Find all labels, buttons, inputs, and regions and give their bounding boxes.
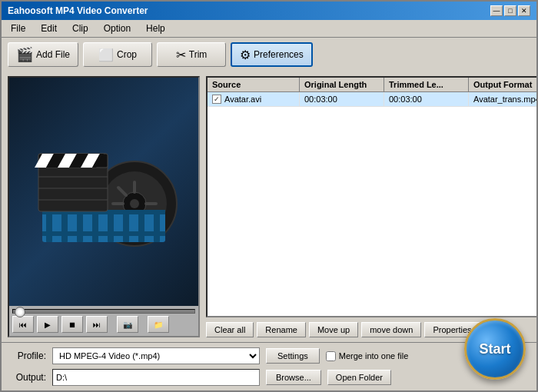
source-filename: Avatar.avi	[224, 95, 261, 104]
header-original-length[interactable]: Original Length	[300, 78, 384, 91]
svg-rect-18	[123, 211, 129, 242]
add-file-label: Add File	[36, 49, 70, 60]
play-button[interactable]: ▶	[37, 316, 58, 333]
trim-label: Trim	[189, 49, 208, 60]
fast-forward-button[interactable]: ⏭	[86, 316, 108, 333]
trim-button[interactable]: ✂ Trim	[157, 42, 226, 67]
stop-button[interactable]: ⏹	[61, 316, 83, 333]
cell-source: ✓ Avatar.avi	[208, 92, 300, 106]
header-source[interactable]: Source	[208, 78, 300, 91]
merge-checkbox-label[interactable]: Merge into one file	[326, 351, 409, 361]
seek-bar[interactable]	[12, 309, 195, 314]
window-title: Eahoosoft MP4 Video Converter	[8, 5, 148, 16]
svg-rect-17	[108, 211, 114, 242]
settings-button[interactable]: Settings	[266, 348, 320, 364]
header-trimmed-length[interactable]: Trimmed Le...	[384, 78, 469, 91]
seek-thumb[interactable]	[15, 307, 25, 317]
merge-checkbox-input[interactable]	[326, 351, 336, 361]
row-checkbox[interactable]: ✓	[212, 95, 221, 104]
svg-rect-16	[92, 211, 98, 242]
svg-point-3	[130, 199, 139, 208]
cell-original-length: 00:03:00	[300, 92, 384, 106]
preview-controls: ⏮ ▶ ⏹ ⏭ 📷 📁	[9, 306, 198, 336]
menu-clip[interactable]: Clip	[66, 22, 95, 35]
add-file-button[interactable]: 🎬 Add File	[8, 42, 78, 67]
crop-icon: ⬜	[98, 48, 114, 62]
svg-rect-12	[42, 231, 165, 236]
trim-icon: ✂	[176, 48, 186, 62]
content-area: ⏮ ▶ ⏹ ⏭ 📷 📁 Source Original Length Trimm	[2, 71, 536, 342]
header-output-format[interactable]: Output Format	[469, 78, 536, 91]
menu-option[interactable]: Option	[98, 22, 137, 35]
preview-panel: ⏮ ▶ ⏹ ⏭ 📷 📁	[8, 76, 200, 337]
menu-bar: File Edit Clip Option Help	[2, 20, 536, 38]
window-controls: — □ ✕	[490, 5, 530, 16]
crop-button[interactable]: ⬜ Crop	[83, 42, 152, 67]
profile-select[interactable]: HD MPEG-4 Video (*.mp4) MPEG-4 Video (*.…	[52, 347, 260, 364]
main-window: Eahoosoft MP4 Video Converter — □ ✕ File…	[0, 0, 538, 392]
table-header: Source Original Length Trimmed Le... Out…	[208, 78, 536, 92]
output-input[interactable]	[52, 369, 260, 386]
svg-rect-19	[138, 211, 144, 242]
table-row[interactable]: ✓ Avatar.avi 00:03:00 00:03:00 Avatar_tr…	[208, 92, 536, 107]
preview-image	[9, 78, 198, 306]
svg-rect-15	[77, 211, 83, 242]
maximize-button[interactable]: □	[504, 5, 516, 16]
menu-file[interactable]: File	[5, 22, 32, 35]
move-down-button[interactable]: move down	[361, 322, 421, 337]
svg-rect-14	[61, 211, 68, 242]
svg-rect-13	[46, 211, 52, 242]
crop-label: Crop	[117, 49, 137, 60]
merge-label: Merge into one file	[339, 351, 409, 360]
preview-svg	[27, 127, 181, 257]
bottom-panel: Profile: HD MPEG-4 Video (*.mp4) MPEG-4 …	[2, 342, 536, 390]
title-bar: Eahoosoft MP4 Video Converter — □ ✕	[2, 2, 536, 20]
snapshot-button[interactable]: 📷	[117, 316, 138, 333]
file-table[interactable]: Source Original Length Trimmed Le... Out…	[206, 76, 536, 317]
playback-buttons: ⏮ ▶ ⏹ ⏭ 📷 📁	[12, 316, 195, 333]
preferences-button[interactable]: ⚙ Preferences	[231, 42, 313, 67]
browse-button[interactable]: Browse...	[266, 370, 321, 385]
cell-trimmed-length: 00:03:00	[384, 92, 469, 106]
preferences-label: Preferences	[254, 49, 304, 60]
open-folder-button[interactable]: Open Folder	[327, 370, 391, 385]
clear-all-button[interactable]: Clear all	[206, 322, 254, 337]
profile-row: Profile: HD MPEG-4 Video (*.mp4) MPEG-4 …	[8, 347, 530, 364]
output-row: Output: Browse... Open Folder	[8, 369, 530, 386]
menu-edit[interactable]: Edit	[35, 22, 63, 35]
close-button[interactable]: ✕	[518, 5, 530, 16]
output-label: Output:	[8, 372, 46, 383]
menu-help[interactable]: Help	[140, 22, 171, 35]
svg-rect-10	[42, 211, 165, 242]
toolbar: 🎬 Add File ⬜ Crop ✂ Trim ⚙ Preferences	[2, 38, 536, 71]
rewind-button[interactable]: ⏮	[12, 316, 34, 333]
window-body: ⏮ ▶ ⏹ ⏭ 📷 📁 Source Original Length Trimm	[2, 71, 536, 390]
profile-label: Profile:	[8, 350, 46, 361]
folder-button[interactable]: 📁	[148, 316, 169, 333]
rename-button[interactable]: Rename	[257, 322, 306, 337]
start-button[interactable]: Start	[464, 318, 526, 380]
add-file-icon: 🎬	[16, 46, 33, 63]
file-list-panel: Source Original Length Trimmed Le... Out…	[206, 76, 536, 337]
svg-rect-20	[154, 211, 160, 242]
minimize-button[interactable]: —	[490, 5, 503, 16]
preferences-icon: ⚙	[240, 48, 251, 62]
move-up-button[interactable]: Move up	[309, 322, 358, 337]
cell-output-format: Avatar_trans.mp4	[469, 92, 536, 106]
